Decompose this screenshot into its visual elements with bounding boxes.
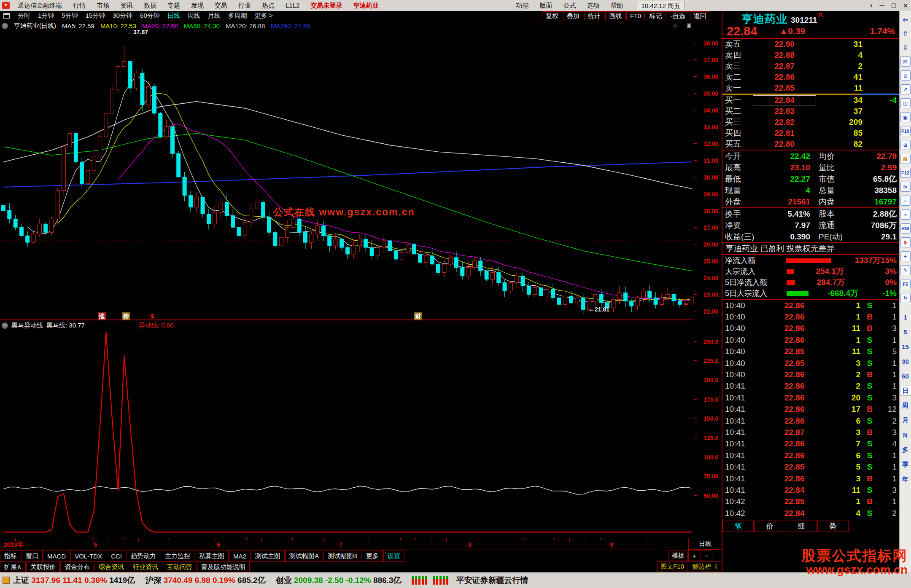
menu-item-7[interactable]: 行业: [233, 2, 256, 10]
right-menu-item-3[interactable]: 选项: [581, 2, 605, 10]
period-7[interactable]: 周线: [184, 12, 204, 20]
toolbar-button-3[interactable]: 画线: [605, 11, 625, 20]
session-status[interactable]: 交易未登录: [305, 2, 348, 10]
ask-row[interactable]: 卖三22.872: [722, 61, 899, 72]
bid-row[interactable]: 买一22.8434-4: [722, 95, 899, 106]
menu-item-6[interactable]: 交易: [209, 2, 233, 10]
period-8[interactable]: 月线: [204, 12, 224, 20]
tick-row[interactable]: 10:4122.862S1: [722, 381, 899, 392]
sidebar-period-周[interactable]: 周: [900, 400, 911, 411]
sidebar-period-月[interactable]: 月: [900, 415, 911, 425]
period-5[interactable]: 60分钟: [136, 12, 164, 20]
tick-row[interactable]: 10:4122.855S1: [722, 461, 899, 473]
menu-item-2[interactable]: 资讯: [115, 2, 138, 10]
restore-button[interactable]: □: [892, 2, 896, 9]
toolbar-button-6[interactable]: -自选: [667, 11, 689, 20]
menu-item-4[interactable]: 专题: [162, 2, 186, 10]
edit-icon[interactable]: ✎: [900, 265, 911, 275]
sidebar-period-1[interactable]: 1: [900, 312, 911, 322]
tab-设置[interactable]: 设置: [383, 550, 404, 562]
main-chart[interactable]: [0, 21, 694, 320]
sidebar-period-30[interactable]: 30: [900, 356, 911, 366]
tab-指标[interactable]: 指标: [0, 550, 21, 562]
tab-趋势动力[interactable]: 趋势动力: [127, 550, 160, 562]
ext-tab-4[interactable]: 行业资讯: [129, 562, 162, 572]
period-0[interactable]: 分时: [14, 12, 34, 20]
tick-row[interactable]: 10:4122.8620S3: [722, 392, 899, 403]
ext-tab-2[interactable]: 资金分布: [60, 562, 94, 572]
formula-icon[interactable]: fx: [900, 182, 911, 192]
graphic-f10-button[interactable]: 图文F10: [657, 561, 687, 572]
toolbar-button-1[interactable]: 叠加: [563, 11, 583, 20]
sidebar-period-5[interactable]: 5: [900, 327, 911, 337]
period-6[interactable]: 日线: [164, 12, 184, 20]
menu-item-3[interactable]: 数据: [138, 2, 162, 10]
f12-icon[interactable]: F12: [900, 168, 911, 178]
market-grid-icon[interactable]: [412, 576, 429, 585]
refresh-icon[interactable]: ↻: [900, 293, 911, 303]
waves-icon[interactable]: ≈: [900, 209, 911, 220]
window-icon[interactable]: [3, 13, 10, 19]
ask-row[interactable]: 卖一22.8511: [722, 83, 899, 94]
tick-row[interactable]: 10:4022.8511S5: [722, 346, 899, 357]
toolbar-button-2[interactable]: 统计: [584, 11, 604, 20]
tick-row[interactable]: 10:4122.866S2: [722, 415, 899, 427]
rsi-icon[interactable]: RSI: [900, 223, 911, 234]
tick-row[interactable]: 10:4022.861S1: [722, 300, 899, 311]
bid-row[interactable]: 买三22.82209: [722, 117, 899, 128]
market-grid-icon[interactable]: [433, 576, 450, 585]
right-menu-item-4[interactable]: 帮助: [605, 2, 628, 10]
period-10[interactable]: 更多 >: [251, 12, 277, 20]
index-1[interactable]: 沪深 3740.49 6.98 0.19% 685.2亿: [145, 575, 265, 586]
custom-stock-icon[interactable]: 自: [900, 154, 911, 164]
session-stock[interactable]: 亨迪药业: [348, 2, 384, 10]
chart-badge-3[interactable]: 财: [414, 312, 422, 320]
chevron-down-icon[interactable]: ˅: [2, 23, 8, 29]
tick-row[interactable]: 10:4222.851B1: [722, 496, 899, 507]
bid-row[interactable]: 买二22.8337: [722, 106, 899, 117]
index-0[interactable]: 上证 3137.96 11.41 0.36% 1419亿: [13, 575, 135, 586]
tab-MA2[interactable]: MA2: [229, 550, 251, 562]
tab-MACD[interactable]: MACD: [43, 550, 70, 562]
back-icon[interactable]: ⇦: [900, 15, 911, 25]
tick-list[interactable]: 10:4022.861S110:4022.861B110:4022.8611B3…: [722, 300, 899, 519]
pane-icons[interactable]: ◇ ▣: [673, 22, 695, 28]
ext-tab-3[interactable]: 综合资讯: [94, 562, 128, 572]
tree-icon[interactable]: ⊞: [900, 140, 911, 150]
index-2[interactable]: 创业 2009.38 -2.50 -0.12% 886.3亿: [276, 575, 402, 586]
ask-row[interactable]: 卖五22.9031: [722, 39, 899, 50]
right-menu-item-2[interactable]: 公式: [558, 2, 581, 10]
tick-row[interactable]: 10:4022.861B1: [722, 311, 899, 322]
indicator-panel[interactable]: [0, 320, 694, 538]
sidebar-period-N[interactable]: N: [900, 430, 911, 440]
toolbar-button-4[interactable]: F10: [626, 11, 645, 20]
ext-tab-6[interactable]: 普及版功能说明: [197, 562, 250, 572]
ask-row[interactable]: 卖四22.884: [722, 50, 899, 61]
chevron-down-icon[interactable]: ˅: [2, 322, 8, 329]
tick-row[interactable]: 10:4022.853S1: [722, 357, 899, 369]
chart-badge-2[interactable]: $: [148, 312, 156, 320]
sidebar-period-15[interactable]: 15: [900, 341, 911, 352]
period-4[interactable]: 30分钟: [109, 12, 136, 20]
tick-row[interactable]: 10:4122.873B3: [722, 427, 899, 438]
ext-tab-0[interactable]: 扩展∧: [0, 562, 26, 572]
tick-row[interactable]: 10:4022.861S1: [722, 334, 899, 346]
sidebar-period-日[interactable]: 日: [900, 386, 911, 396]
tab-更多[interactable]: 更多: [362, 550, 383, 562]
page-down-icon[interactable]: ⇩: [900, 43, 911, 53]
kline-icon[interactable]: ◫: [900, 98, 911, 108]
chart-badge-1[interactable]: 榜: [122, 312, 130, 320]
sidebar-period-年[interactable]: 年: [900, 474, 911, 484]
tab-VOL-TDX[interactable]: VOL-TDX: [70, 550, 106, 562]
stock-news-line[interactable]: 亨迪药业 已盈利 投票权无差异: [722, 243, 899, 254]
menu-item-1[interactable]: 市场: [91, 2, 115, 10]
tab-CCI[interactable]: CCI: [107, 550, 126, 562]
bid-row[interactable]: 买四22.8185: [722, 128, 899, 139]
menu-item-5[interactable]: 发现: [186, 2, 209, 10]
quote-tab-势[interactable]: 势: [817, 521, 849, 532]
circle-icon[interactable]: ○: [900, 196, 911, 206]
period-2[interactable]: 5分钟: [58, 12, 81, 20]
tick-row[interactable]: 10:4122.8411S3: [722, 484, 899, 496]
bid-row[interactable]: 买五22.8082: [722, 139, 899, 150]
tab-主力监控[interactable]: 主力监控: [161, 550, 194, 562]
